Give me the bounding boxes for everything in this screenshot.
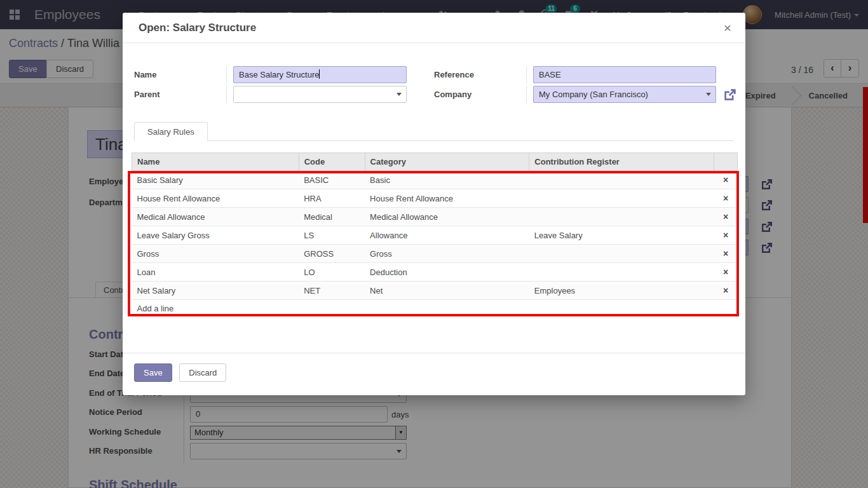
delete-row-icon[interactable]: × <box>714 245 737 263</box>
delete-row-icon[interactable]: × <box>714 208 737 226</box>
name-label: Name <box>134 66 227 83</box>
table-row[interactable]: Net Salary NET Net Employees × <box>132 281 738 300</box>
parent-label: Parent <box>134 86 227 103</box>
table-row[interactable]: Gross GROSS Gross × <box>132 245 738 263</box>
parent-field[interactable] <box>233 86 407 103</box>
tab-salary-rules[interactable]: Salary Rules <box>134 122 208 141</box>
col-name[interactable]: Name <box>132 153 299 171</box>
dialog-title: Open: Salary Structure <box>139 22 256 34</box>
table-row[interactable]: Leave Salary Gross LS Allowance Leave Sa… <box>132 226 738 245</box>
name-input[interactable]: Base Salary Structure <box>233 66 407 83</box>
table-row[interactable]: Basic Salary BASIC Basic × <box>132 171 738 189</box>
delete-row-icon[interactable]: × <box>714 263 737 281</box>
col-category[interactable]: Category <box>365 153 529 171</box>
col-contribution-register[interactable]: Contribution Register <box>529 153 714 171</box>
col-actions <box>714 153 737 171</box>
table-row[interactable]: House Rent Allowance HRA House Rent Allo… <box>132 189 738 208</box>
reference-input[interactable]: BASE <box>533 66 716 83</box>
text-cursor <box>319 69 320 79</box>
chevron-down-icon <box>706 93 711 96</box>
reference-label: Reference <box>434 66 527 83</box>
external-link-icon[interactable] <box>722 87 738 102</box>
close-icon[interactable]: × <box>724 21 731 34</box>
delete-row-icon[interactable]: × <box>714 171 737 189</box>
table-row[interactable]: Loan LO Deduction × <box>132 263 738 281</box>
chevron-down-icon <box>397 93 402 96</box>
delete-row-icon[interactable]: × <box>714 226 737 245</box>
form-group-left: Name Base Salary Structure Parent <box>134 66 417 103</box>
discard-button[interactable]: Discard <box>179 363 226 382</box>
salary-rules-table: Name Code Category Contribution Register… <box>132 152 738 318</box>
table-header-row: Name Code Category Contribution Register <box>132 153 738 171</box>
delete-row-icon[interactable]: × <box>714 189 737 208</box>
salary-structure-dialog: Open: Salary Structure × Name Base Salar… <box>123 13 745 395</box>
table-body: Basic Salary BASIC Basic × House Rent Al… <box>132 171 738 300</box>
dialog-header: Open: Salary Structure × <box>123 13 745 43</box>
delete-row-icon[interactable]: × <box>714 281 737 300</box>
form-group-right: Reference BASE Company My Company (San F… <box>434 66 738 103</box>
tab-divider <box>134 140 734 141</box>
save-button[interactable]: Save <box>134 363 172 382</box>
company-label: Company <box>434 86 527 103</box>
company-field[interactable]: My Company (San Francisco) <box>533 86 716 103</box>
dialog-footer: Save Discard <box>123 353 745 395</box>
col-code[interactable]: Code <box>299 153 365 171</box>
add-line-row: Add a line <box>132 300 738 318</box>
table-row[interactable]: Medical Allowance Medical Medical Allowa… <box>132 208 738 226</box>
add-a-line-link[interactable]: Add a line <box>132 300 738 318</box>
